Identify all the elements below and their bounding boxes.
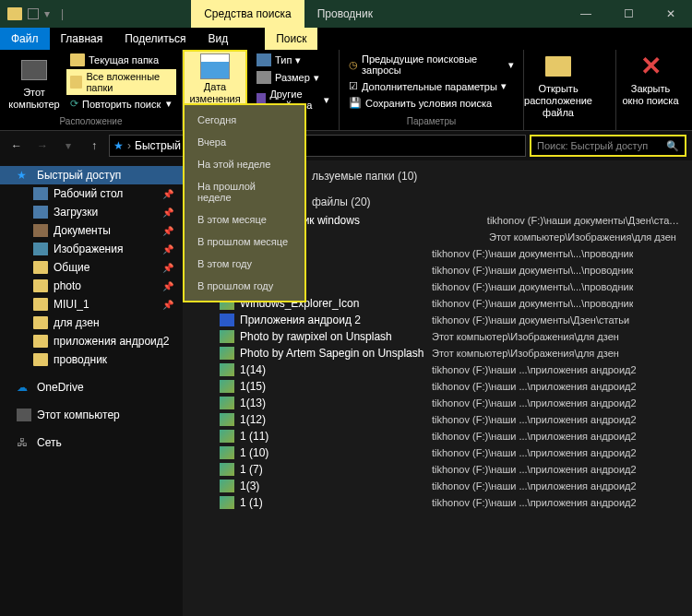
pin-icon: 📌 (162, 189, 173, 199)
tree-dlya-dzen[interactable]: для дзен (0, 314, 183, 332)
size-icon (257, 71, 271, 84)
current-folder-button[interactable]: Текущая папка (66, 52, 176, 68)
file-icon (220, 496, 234, 509)
folder-open-icon (545, 56, 571, 77)
tree-explorer[interactable]: проводник (0, 350, 183, 369)
tree-downloads[interactable]: Загрузки📌 (0, 203, 183, 221)
folder-icon (33, 353, 48, 366)
type-button[interactable]: Тип▾ (253, 52, 333, 68)
close-search-button[interactable]: ✕ Закрыть окно поиска (622, 52, 679, 107)
file-row[interactable]: 1 (7)tikhonov (F:)\наши ...\приложения а… (183, 461, 692, 478)
file-path: tikhonov (F:)\наши документы\...\проводн… (432, 265, 633, 276)
tree-onedrive[interactable]: ☁OneDrive (0, 378, 183, 397)
tree-documents[interactable]: Документы📌 (0, 221, 183, 240)
file-icon (220, 380, 234, 393)
tree-network[interactable]: 🖧Сеть (0, 433, 183, 452)
search-icon[interactable]: 🔍 (666, 140, 679, 152)
file-row[interactable]: 1 (11)tikhonov (F:)\наши ...\приложения … (183, 428, 692, 444)
pin-icon: 📌 (162, 263, 173, 273)
open-location-button[interactable]: Открыть расположение файла (530, 52, 587, 120)
qat-dropdown-icon[interactable]: ▾ (44, 7, 50, 20)
file-path: tikhonov (F:)\наши документы\...\проводн… (432, 298, 633, 309)
file-path: Этот компьютер\Изображения\для дзен (489, 231, 676, 243)
tree-miui[interactable]: MIUI_1📌 (0, 295, 183, 314)
nav-up[interactable]: ↑ (83, 139, 105, 152)
onedrive-icon: ☁ (17, 381, 31, 394)
date-option[interactable]: Вчера (185, 131, 304, 153)
folder-icon (33, 261, 48, 274)
file-row[interactable]: 1(15)tikhonov (F:)\наши ...\приложения а… (183, 378, 692, 395)
tree-this-pc[interactable]: Этот компьютер (0, 406, 183, 424)
file-path: tikhonov (F:)\наши документы\Дзен\статьи (487, 215, 683, 226)
file-name: ник windows (297, 214, 360, 227)
file-name: 1 (10) (240, 446, 268, 459)
nav-recent[interactable]: ▾ (57, 139, 79, 152)
file-path: Этот компьютер\Изображения\для дзен (432, 331, 619, 342)
date-option[interactable]: В этом году (185, 253, 304, 275)
file-row[interactable]: 1(13)tikhonov (F:)\наши ...\приложения а… (183, 395, 692, 411)
menu-share[interactable]: Поделиться (113, 28, 197, 50)
date-modified-label: Дата изменения (186, 81, 244, 105)
search-input[interactable]: Поиск: Быстрый доступ 🔍 (530, 135, 686, 157)
app-icon (7, 7, 22, 20)
advanced-button[interactable]: ☑Дополнительные параметры▾ (345, 78, 518, 94)
tree-images[interactable]: Изображения📌 (0, 240, 183, 258)
all-subfolders-label: Все вложенные папки (86, 71, 173, 93)
network-icon: 🖧 (17, 436, 31, 449)
file-row[interactable]: 1(3)tikhonov (F:)\наши ...\приложения ан… (183, 478, 692, 494)
file-path: Этот компьютер\Изображения\для дзен (432, 348, 619, 359)
repeat-search-button[interactable]: ⟳Повторить поиск▾ (66, 96, 176, 112)
date-option[interactable]: На прошлой неделе (185, 175, 304, 208)
calendar-icon (200, 53, 230, 79)
file-name: Photo by Artem Sapegin on Unsplash (240, 347, 424, 360)
tree-desktop[interactable]: Рабочий стол📌 (0, 184, 183, 203)
menu-file[interactable]: Файл (0, 28, 50, 50)
date-option[interactable]: В прошлом году (185, 275, 304, 297)
nav-forward[interactable]: → (31, 139, 54, 152)
tree-quick-access[interactable]: ★Быстрый доступ (0, 166, 183, 184)
date-option[interactable]: Сегодня (185, 109, 304, 131)
all-subfolders-button[interactable]: Все вложенные папки (66, 69, 176, 95)
file-row[interactable]: 1(12)tikhonov (F:)\наши ...\приложения а… (183, 411, 692, 428)
size-button[interactable]: Размер▾ (253, 69, 333, 86)
date-option[interactable]: В прошлом месяце (185, 231, 304, 253)
close-search-label: Закрыть окно поиска (622, 83, 679, 107)
save-search-button[interactable]: 💾Сохранить условия поиска (345, 95, 518, 111)
menu-home[interactable]: Главная (50, 28, 114, 50)
maximize-button[interactable]: ☐ (607, 0, 650, 28)
tree-apps2[interactable]: приложения андроид2 (0, 332, 183, 350)
file-row[interactable]: Photo by rawpixel on UnsplashЭтот компью… (183, 328, 692, 345)
nav-back[interactable]: ← (6, 139, 28, 152)
size-label: Размер (275, 72, 310, 83)
qat-icon[interactable] (28, 8, 39, 19)
file-path: tikhonov (F:)\наши ...\приложения андрои… (432, 431, 637, 442)
close-button[interactable]: ✕ (650, 0, 692, 28)
file-icon (220, 330, 234, 343)
menu-search[interactable]: Поиск (265, 28, 317, 50)
prev-queries-button[interactable]: ◷Предыдущие поисковые запросы▾ (345, 52, 518, 77)
file-row[interactable]: Photo by Artem Sapegin on UnsplashЭтот к… (183, 345, 692, 361)
date-option[interactable]: В этом месяце (185, 208, 304, 231)
file-path: tikhonov (F:)\наши документы\Дзен\статьи (432, 314, 629, 326)
minimize-button[interactable]: — (565, 0, 607, 28)
tree-common[interactable]: Общие📌 (0, 258, 183, 277)
folder-icon (70, 53, 85, 66)
file-name: 1(13) (240, 397, 266, 409)
tree-photo[interactable]: photo📌 (0, 277, 183, 295)
file-path: tikhonov (F:)\наши ...\приложения андрои… (432, 447, 637, 458)
nav-tree: ★Быстрый доступ Рабочий стол📌 Загрузки📌 … (0, 160, 183, 616)
this-pc-button[interactable]: Этот компьютер (6, 52, 63, 114)
search-tools-tab[interactable]: Средства поиска (191, 0, 304, 28)
file-row[interactable]: Приложения андроид 2tikhonov (F:)\наши д… (183, 312, 692, 328)
file-row[interactable]: 1 (1)tikhonov (F:)\наши ...\приложения а… (183, 494, 692, 511)
file-row[interactable]: 1(14)tikhonov (F:)\наши ...\приложения а… (183, 361, 692, 378)
file-path: tikhonov (F:)\наши ...\приложения андрои… (432, 381, 637, 392)
menu-view[interactable]: Вид (197, 28, 239, 50)
file-path: tikhonov (F:)\наши ...\приложения андрои… (432, 397, 637, 409)
file-name: Приложения андроид 2 (240, 314, 361, 326)
file-icon (220, 413, 234, 426)
address-bar[interactable]: ★ › Быстрый досту (109, 135, 526, 157)
open-location-label: Открыть расположение файла (524, 83, 592, 120)
date-option[interactable]: На этой неделе (185, 153, 304, 175)
file-row[interactable]: 1 (10)tikhonov (F:)\наши ...\приложения … (183, 444, 692, 461)
